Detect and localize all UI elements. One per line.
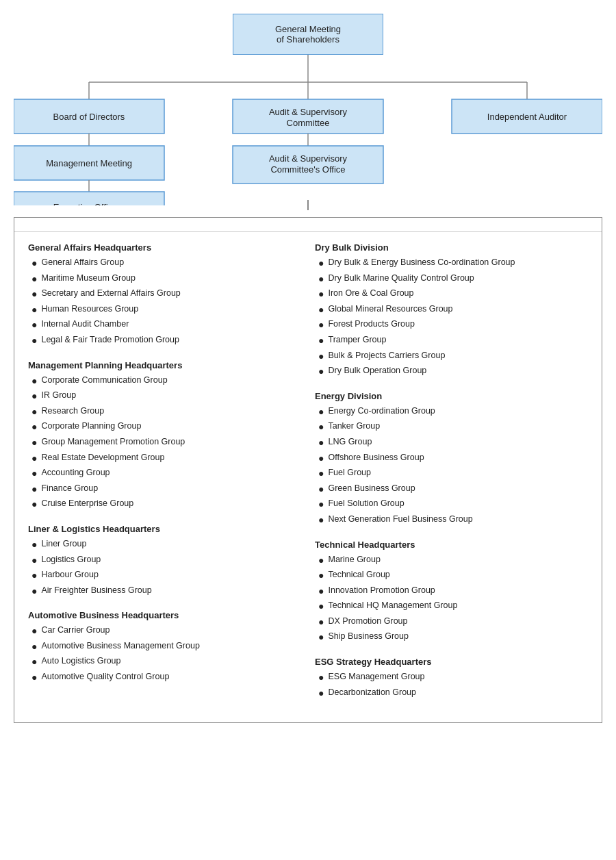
item-text: Ship Business Group	[328, 631, 408, 643]
bullet-icon: ●	[31, 467, 37, 481]
bullet-icon: ●	[31, 452, 37, 466]
bullet-icon: ●	[31, 375, 37, 388]
item-text: Research Group	[41, 405, 104, 418]
bullet-icon: ●	[31, 436, 37, 450]
hq-section: Management Planning Headquarters●Corpora…	[28, 360, 301, 511]
item-text: Internal Audit Chamber	[41, 318, 129, 331]
list-item: ●Marine Group	[315, 554, 588, 568]
section-title: General Affairs Headquarters	[28, 242, 301, 253]
list-item: ●Global Mineral Resources Group	[315, 303, 588, 317]
hq-section: ESG Strategy Headquarters●ESG Management…	[315, 657, 588, 700]
item-text: Logistics Group	[41, 554, 101, 566]
list-item: ●Research Group	[28, 405, 301, 419]
section-title: Liner & Logistics Headquarters	[28, 524, 301, 534]
section-title: ESG Strategy Headquarters	[315, 657, 588, 667]
list-item: ●ESG Management Group	[315, 671, 588, 685]
list-item: ●Secretary and External Affairs Group	[28, 288, 301, 301]
bullet-icon: ●	[31, 318, 37, 332]
bullet-icon: ●	[318, 318, 324, 332]
org-chart: General Meetingof Shareholders Board of …	[14, 14, 602, 723]
section-title: Energy Division	[315, 391, 588, 401]
bullet-icon: ●	[318, 631, 324, 644]
list-item: ●General Affairs Group	[28, 257, 301, 270]
bullet-icon: ●	[31, 334, 37, 348]
item-text: Car Carrier Group	[41, 624, 110, 637]
item-text: Fuel Solution Group	[328, 498, 404, 510]
item-text: Green Business Group	[328, 483, 415, 495]
list-item: ●Technical HQ Management Group	[315, 600, 588, 614]
item-text: Iron Ore & Coal Group	[328, 288, 413, 300]
bullet-icon: ●	[31, 624, 37, 638]
bullet-icon: ●	[31, 569, 37, 583]
bullet-icon: ●	[318, 365, 324, 379]
head-office-box: General Affairs Headquarters●General Aff…	[14, 217, 602, 723]
list-item: ●Technical Group	[315, 569, 588, 583]
svg-text:Audit & Supervisory: Audit & Supervisory	[269, 107, 348, 117]
item-text: Secretary and External Affairs Group	[41, 288, 180, 300]
top-level: General Meetingof Shareholders	[14, 14, 602, 55]
item-text: Corporate Planning Group	[41, 420, 141, 433]
item-text: Auto Logistics Group	[41, 655, 120, 668]
bullet-icon: ●	[318, 554, 324, 568]
item-text: Harbour Group	[41, 569, 98, 581]
bullet-icon: ●	[318, 585, 324, 598]
bullet-icon: ●	[31, 288, 37, 301]
list-item: ●Tanker Group	[315, 420, 588, 434]
hq-section: Liner & Logistics Headquarters●Liner Gro…	[28, 524, 301, 598]
left-column: General Affairs Headquarters●General Aff…	[28, 242, 301, 712]
vline-exec-to-head	[307, 200, 309, 210]
head-office-title	[14, 218, 602, 232]
item-text: Tanker Group	[328, 420, 380, 433]
list-item: ●Human Resources Group	[28, 303, 301, 317]
bullet-icon: ●	[31, 483, 37, 496]
list-item: ●Next Generation Fuel Business Group	[315, 514, 588, 527]
bullet-icon: ●	[318, 616, 324, 629]
list-item: ●Green Business Group	[315, 483, 588, 496]
item-text: Tramper Group	[328, 334, 386, 346]
list-item: ●Dry Bulk Operation Group	[315, 365, 588, 379]
item-text: IR Group	[41, 390, 76, 402]
item-text: Dry Bulk Marine Quality Control Group	[328, 273, 474, 285]
list-item: ●Bulk & Projects Carriers Group	[315, 350, 588, 364]
item-text: Next Generation Fuel Business Group	[328, 514, 472, 526]
section-title: Technical Headquarters	[315, 540, 588, 550]
list-item: ●Group Management Promotion Group	[28, 436, 301, 450]
right-column: Dry Bulk Division●Dry Bulk & Energy Busi…	[315, 242, 588, 712]
item-text: Energy Co-ordination Group	[328, 405, 435, 418]
item-text: Technical HQ Management Group	[328, 600, 457, 612]
bullet-icon: ●	[318, 273, 324, 286]
list-item: ●Liner Group	[28, 538, 301, 552]
bullet-icon: ●	[31, 671, 37, 685]
bullet-icon: ●	[318, 436, 324, 450]
item-text: Automotive Business Management Group	[41, 640, 199, 653]
bullet-icon: ●	[318, 405, 324, 419]
bullet-icon: ●	[31, 390, 37, 403]
svg-text:Independent Auditor: Independent Auditor	[487, 112, 567, 122]
list-item: ●Iron Ore & Coal Group	[315, 288, 588, 301]
section-title: Dry Bulk Division	[315, 242, 588, 253]
bullet-icon: ●	[31, 303, 37, 317]
item-text: Technical Group	[328, 569, 389, 581]
item-text: Real Estate Development Group	[41, 452, 164, 464]
list-item: ●Corporate Communication Group	[28, 375, 301, 388]
item-text: Dry Bulk & Energy Business Co-ordination…	[328, 257, 515, 269]
bullet-icon: ●	[318, 671, 324, 685]
list-item: ●Ship Business Group	[315, 631, 588, 644]
item-text: Cruise Enterprise Group	[41, 498, 133, 510]
list-item: ●Fuel Solution Group	[315, 498, 588, 511]
bullet-icon: ●	[318, 687, 324, 700]
bullet-icon: ●	[318, 600, 324, 614]
bullet-icon: ●	[31, 585, 37, 598]
shareholders-label: General Meetingof Shareholders	[275, 24, 341, 45]
bullet-icon: ●	[318, 288, 324, 301]
list-item: ●Offshore Business Group	[315, 452, 588, 466]
bullet-icon: ●	[31, 655, 37, 669]
item-text: Air Freighter Business Group	[41, 585, 151, 597]
bullet-icon: ●	[31, 420, 37, 434]
bullet-icon: ●	[31, 498, 37, 511]
bullet-icon: ●	[31, 538, 37, 552]
hq-section: Automotive Business Headquarters●Car Car…	[28, 610, 301, 684]
item-text: Offshore Business Group	[328, 452, 424, 464]
svg-text:Committee's Office: Committee's Office	[270, 164, 345, 175]
bullet-icon: ●	[31, 640, 37, 654]
